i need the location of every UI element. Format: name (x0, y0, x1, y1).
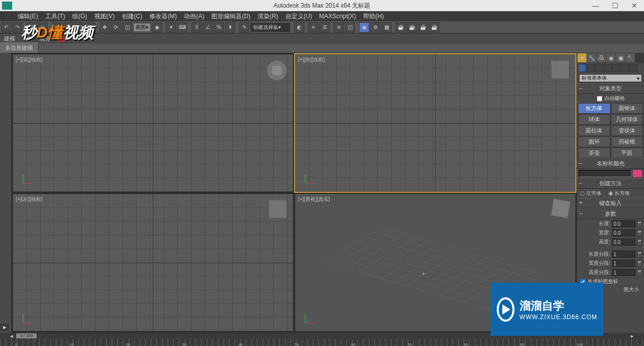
viewport-left[interactable]: [+][左][线框] (12, 193, 294, 332)
undo-button[interactable]: ↶ (1, 22, 11, 32)
unlink-button[interactable]: ✂ (38, 22, 48, 32)
menu-views[interactable]: 视图(V) (91, 11, 118, 22)
section-parameters[interactable]: –参数 (577, 209, 644, 219)
primitive-box[interactable]: 长方体 (578, 103, 610, 114)
select-region-button[interactable]: ◧ (74, 22, 84, 32)
select-scale-button[interactable]: ◫ (122, 22, 132, 32)
select-button[interactable]: ▭ (52, 22, 62, 32)
select-move-button[interactable]: ✥ (100, 22, 110, 32)
auto-grid-check[interactable]: 自动栅格 (577, 94, 644, 103)
viewcube-persp[interactable] (551, 198, 570, 218)
subpanel-helpers[interactable] (613, 64, 621, 72)
primitive-cone[interactable]: 圆锥体 (611, 103, 643, 114)
radio-box[interactable] (608, 191, 613, 196)
category-dropdown[interactable]: 标准基本体▾ (579, 74, 642, 82)
window-crossing-button[interactable]: ▥ (85, 22, 95, 32)
viewport-label-persp[interactable]: [+][透视][真实] (298, 196, 330, 203)
render-active-button[interactable]: ☕ (418, 22, 428, 32)
spinner-buttons[interactable]: ▴▾ (637, 269, 642, 276)
menu-group[interactable]: 组(G) (69, 11, 90, 22)
subpanel-spacewarps[interactable] (621, 64, 629, 72)
select-rotate-button[interactable]: ⟳ (111, 22, 121, 32)
link-button[interactable]: ⛓ (26, 22, 37, 32)
material-editor-button[interactable]: ◉ (359, 22, 369, 32)
app-icon[interactable] (2, 2, 12, 10)
time-slider-thumb[interactable]: 0 / 100 (16, 333, 37, 338)
panel-tab-utilities[interactable]: 🔨 (626, 53, 635, 62)
subpanel-systems[interactable] (630, 64, 638, 72)
ribbon-fill[interactable]: 填充 (36, 34, 53, 44)
percent-snap-button[interactable]: % (214, 22, 224, 32)
render-frame-button[interactable]: ▦ (381, 22, 392, 32)
menu-grapheditors[interactable]: 图形编辑器(D) (208, 11, 254, 22)
primitive-plane[interactable]: 平面 (611, 148, 643, 158)
length-spinner[interactable] (612, 220, 635, 227)
redo-button[interactable]: ↷ (12, 22, 22, 32)
primitive-cylinder[interactable]: 圆柱体 (578, 125, 610, 136)
tab-polymodeling[interactable]: 多边形建模 (0, 43, 39, 53)
render-button[interactable]: ☕ (429, 22, 439, 32)
render-iter-button[interactable]: ☕ (407, 22, 417, 32)
angle-snap-button[interactable]: ∠ (203, 22, 213, 32)
lseg-spinner[interactable] (612, 251, 635, 258)
spinner-snap-button[interactable]: ⬍ (225, 22, 235, 32)
render-setup-button[interactable]: ⚙ (370, 22, 380, 32)
primitive-tube[interactable]: 管状体 (611, 125, 643, 136)
object-name-input[interactable] (579, 170, 632, 177)
viewport-label-front[interactable]: [+][前][线框] (298, 56, 325, 63)
section-object-type[interactable]: –对象类型 (577, 83, 644, 94)
viewcube-top[interactable] (267, 60, 287, 81)
menu-rendering[interactable]: 渲染(R) (254, 11, 282, 22)
viewcube-left[interactable] (269, 200, 287, 218)
primitive-torus[interactable]: 圆环 (578, 136, 610, 147)
menu-help[interactable]: 帮助(H) (360, 11, 388, 22)
menu-tools[interactable]: 工具(T) (42, 11, 69, 22)
ref-coord-dropdown[interactable]: 视图 ▾ (133, 23, 151, 32)
subpanel-cameras[interactable] (604, 64, 612, 72)
spinner-buttons[interactable]: ▴▾ (637, 220, 642, 227)
radio-cube[interactable] (580, 191, 585, 196)
object-color-swatch[interactable] (633, 170, 642, 177)
time-config-button[interactable]: ▶ (0, 324, 9, 331)
panel-tab-motion[interactable]: ◉ (606, 53, 616, 62)
primitive-teapot[interactable]: 茶壶 (578, 148, 610, 158)
spinner-buttons[interactable]: ▴▾ (637, 251, 642, 258)
viewport-top[interactable]: [+][顶][线框] (12, 54, 294, 192)
viewport-label-top[interactable]: [+][顶][线框] (16, 56, 43, 63)
menu-customize[interactable]: 自定义(U) (282, 11, 316, 22)
ribbon-modeling[interactable]: 建模 (1, 34, 18, 44)
schematic-button[interactable]: ◫ (345, 22, 355, 32)
layers-button[interactable]: ☰ (319, 22, 330, 32)
viewport-label-left[interactable]: [+][左][线框] (16, 196, 43, 203)
pivot-button[interactable]: ◉ (152, 22, 162, 32)
primitive-sphere[interactable]: 球体 (578, 114, 610, 125)
menu-modifiers[interactable]: 修改器(M) (146, 11, 180, 22)
curve-editor-button[interactable]: ≋ (334, 22, 344, 32)
time-ruler[interactable]: 0 10 20 30 40 50 60 70 80 90 100 (0, 339, 644, 346)
spinner-buttons[interactable]: ▴▾ (637, 238, 642, 246)
section-create-method[interactable]: –创建方法 (577, 178, 644, 189)
ribbon-item-2[interactable]: 制 (21, 34, 33, 44)
menu-edit[interactable]: 编辑(E) (14, 11, 42, 22)
section-name-color[interactable]: –名称和颜色 (577, 158, 644, 169)
named-selset-dropdown[interactable]: 创建选择集▾ (250, 23, 290, 32)
menu-maxscript[interactable]: MAXScript(X) (315, 12, 360, 21)
viewcube-front[interactable] (551, 60, 569, 79)
section-keyboard-entry[interactable]: +键盘输入 (577, 198, 644, 209)
align-button[interactable]: ≡ (308, 22, 318, 32)
select-name-button[interactable]: ☰ (63, 22, 73, 32)
panel-tab-modify[interactable]: 🔧 (587, 53, 596, 62)
edit-selset-button[interactable]: ✎ (239, 22, 249, 32)
render-prod-button[interactable]: ☕ (396, 22, 406, 32)
primitive-pyramid[interactable]: 四棱锥 (611, 136, 643, 147)
panel-tab-display[interactable]: ▣ (616, 53, 625, 62)
snap-button[interactable]: 3 (191, 22, 202, 32)
panel-tab-create[interactable]: ☀ (577, 53, 587, 62)
auto-grid-checkbox[interactable] (597, 96, 602, 101)
panel-tab-hierarchy[interactable]: 品 (597, 53, 606, 62)
close-button[interactable]: ✕ (625, 0, 644, 11)
mirror-button[interactable]: ◐ (294, 22, 304, 32)
subpanel-geometry[interactable] (578, 64, 586, 72)
wseg-spinner[interactable] (612, 260, 635, 267)
width-spinner[interactable] (612, 229, 635, 236)
